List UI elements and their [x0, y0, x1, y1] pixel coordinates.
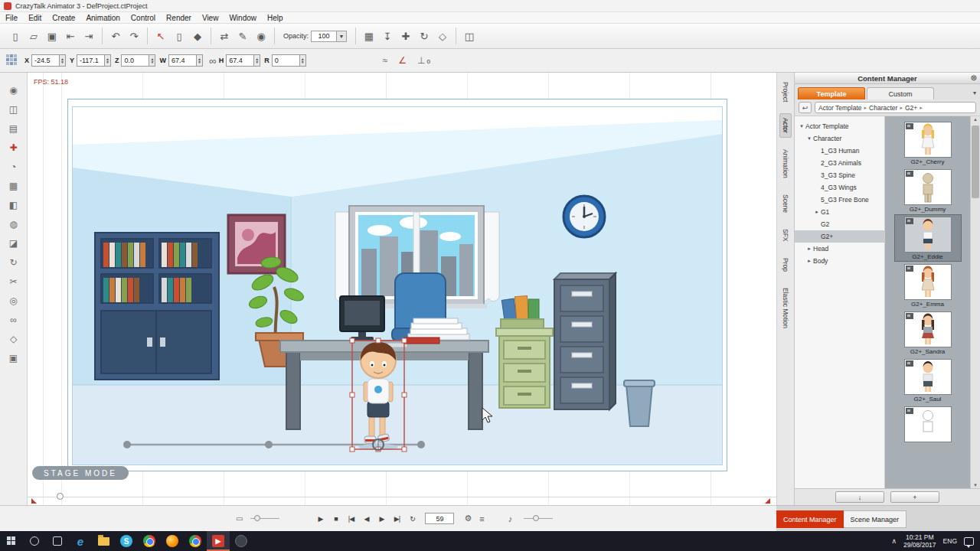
redo-icon[interactable]: ↷ [125, 28, 143, 44]
wall-clock-prop[interactable] [564, 196, 605, 237]
breadcrumb-segment[interactable]: Character [869, 104, 897, 112]
content-manager-header[interactable]: Content Manager ⊗ [795, 73, 980, 84]
link-wh-icon[interactable]: ∞ [207, 52, 219, 69]
menu-animation[interactable]: Animation [80, 14, 125, 22]
select-tool-icon[interactable]: ↖ [152, 28, 170, 44]
content-item-dummy[interactable]: G2+_Dummy [895, 168, 961, 214]
tree-item-g3-spine[interactable]: 3_G3 Spine [795, 169, 884, 181]
thumbnail-scrollbar[interactable]: ▲ ▼ [970, 116, 980, 488]
volume-slider[interactable] [524, 518, 553, 519]
shape-icon[interactable]: ◇ [433, 28, 452, 44]
stop-button[interactable]: ■ [328, 513, 342, 525]
pin-icon[interactable]: ◍ [9, 219, 17, 230]
tab-custom[interactable]: Custom [867, 87, 934, 99]
menu-help[interactable]: Help [262, 14, 289, 22]
content-item-emma[interactable]: G2+_Emma [895, 262, 961, 308]
horizontal-pan-bar[interactable] [28, 497, 776, 497]
chrome-button[interactable] [138, 531, 161, 551]
expander-icon[interactable]: ▸ [805, 258, 813, 264]
menu-render[interactable]: Render [161, 14, 197, 22]
tree-item-character[interactable]: ▾Character [795, 132, 884, 145]
tab-animation[interactable]: Animation [779, 145, 792, 183]
layer-icon[interactable]: ▤ [9, 123, 18, 135]
move-icon[interactable]: ✚ [397, 28, 415, 44]
h-stepper[interactable]: ▲▼ [254, 54, 260, 67]
export-icon[interactable]: ⇥ [80, 28, 98, 44]
firefox-button[interactable] [161, 531, 184, 551]
face-puppet-icon[interactable]: ◔ [11, 161, 16, 173]
opacity-dropdown-icon[interactable]: ▼ [337, 31, 347, 42]
breadcrumb[interactable]: Actor Template ▸ Character ▸ G2+ ▸ [815, 102, 976, 113]
motion-tool-icon[interactable]: ✚ [9, 142, 17, 154]
back-icon[interactable]: ↩ [799, 102, 812, 113]
browser-button[interactable] [184, 531, 207, 551]
content-item-saul[interactable]: G2+_Saul [895, 357, 961, 403]
pan-left-marker[interactable] [31, 498, 37, 504]
add-content-button[interactable]: + [890, 491, 939, 503]
tree-item-g2[interactable]: G2 [795, 218, 884, 230]
skype-button[interactable]: S [115, 531, 138, 551]
tab-project[interactable]: Project [779, 77, 792, 106]
link-tool-icon[interactable]: ∞ [10, 315, 17, 326]
content-item-eddie[interactable]: G2+_Eddie [895, 215, 961, 261]
pan-right-marker[interactable] [765, 498, 770, 504]
tree-item-g3-animals[interactable]: 2_G3 Animals [795, 157, 884, 169]
tree-item-g2plus[interactable]: G2+ [795, 230, 884, 243]
new-project-icon[interactable]: ▯ [6, 28, 24, 44]
first-frame-button[interactable]: |◀ [344, 513, 358, 525]
w-stepper[interactable]: ▲▼ [197, 54, 203, 67]
action-center-icon[interactable] [964, 537, 974, 546]
grid-tool-icon[interactable]: ▦ [9, 181, 18, 192]
scissors-icon[interactable]: ✂ [9, 276, 17, 288]
menu-file[interactable]: File [0, 14, 23, 22]
tab-actor[interactable]: Actor [779, 113, 792, 138]
send-down-icon[interactable]: ↧ [378, 28, 397, 44]
y-input[interactable]: -117.1 [77, 54, 105, 67]
stack-icon[interactable]: ◪ [9, 238, 18, 249]
open-project-icon[interactable]: ▱ [24, 28, 43, 44]
snap-grid-icon[interactable] [6, 54, 18, 67]
edge-taskbar-button[interactable]: e [69, 531, 92, 551]
perpendicular-icon[interactable]: ⊥0 [417, 55, 430, 66]
x-stepper[interactable]: ▲▼ [60, 54, 66, 67]
chevron-down-icon[interactable]: ▾ [973, 90, 976, 96]
page-icon[interactable]: ▯ [170, 28, 188, 44]
content-item-partial[interactable] [895, 405, 961, 443]
menu-view[interactable]: View [197, 14, 224, 22]
taskbar-clock[interactable]: 10:21 PM 29/08/2017 [903, 533, 936, 549]
z-input[interactable]: 0.0 [121, 54, 149, 67]
r-input[interactable]: 0 [272, 54, 300, 67]
fill-icon[interactable]: ◆ [188, 28, 207, 44]
scene-manager-tab-button[interactable]: Scene Manager [844, 510, 907, 528]
tab-scene[interactable]: Scene [779, 190, 792, 217]
language-indicator[interactable]: ENG [943, 537, 957, 545]
tree-item-body[interactable]: ▸Body [795, 255, 884, 267]
expander-icon[interactable]: ▸ [805, 246, 813, 252]
close-icon[interactable]: ⊗ [971, 73, 977, 82]
tree-item-actor-template[interactable]: ▾Actor Template [795, 120, 884, 132]
task-view-button[interactable] [46, 531, 69, 551]
menu-control[interactable]: Control [126, 14, 161, 22]
select-actor-icon[interactable]: ◉ [9, 85, 17, 96]
target-icon[interactable]: ◎ [9, 295, 17, 307]
slider-knob[interactable] [254, 515, 260, 521]
import-icon[interactable]: ⇤ [61, 28, 80, 44]
expander-icon[interactable]: ▾ [798, 123, 805, 129]
frame-number-input[interactable]: 59 [425, 513, 454, 524]
content-item-sandra[interactable]: G2+_Sandra [895, 310, 961, 356]
bookshelf-prop[interactable] [95, 233, 219, 380]
expander-icon[interactable]: ▸ [813, 209, 821, 215]
audio-note-icon[interactable]: ♪ [508, 514, 513, 523]
smooth-curve-icon[interactable]: ≈ [383, 55, 388, 66]
pan-knob[interactable] [57, 493, 64, 500]
tree-item-g3-wings[interactable]: 4_G3 Wings [795, 181, 884, 194]
timeline-list-icon[interactable]: ≡ [479, 514, 484, 523]
undo-icon[interactable]: ↶ [106, 28, 125, 44]
crazytalk-taskbar-button[interactable]: ▶ [207, 531, 230, 551]
download-content-button[interactable]: ↓ [835, 491, 884, 503]
stage-viewport[interactable] [67, 99, 727, 471]
settings-gear-icon[interactable]: ⚙ [464, 514, 472, 523]
start-button[interactable] [0, 531, 23, 551]
tab-sfx[interactable]: SFX [779, 224, 792, 246]
scroll-up-icon[interactable]: ▲ [971, 117, 980, 122]
